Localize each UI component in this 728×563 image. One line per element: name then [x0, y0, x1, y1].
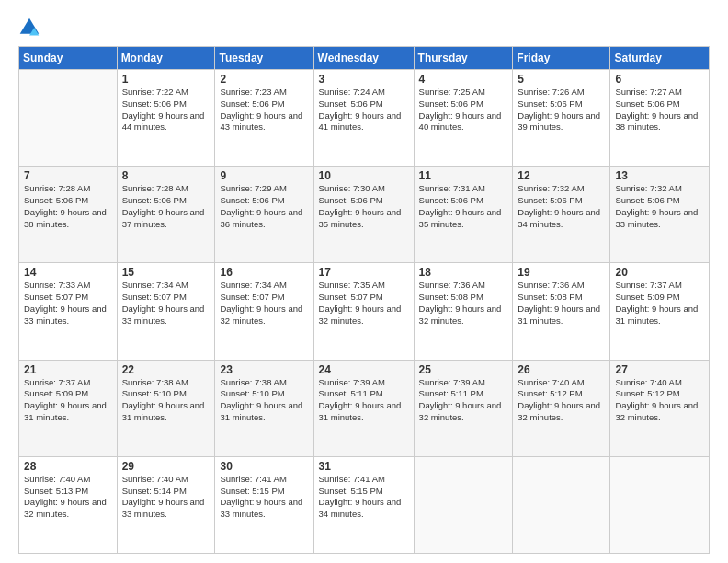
day-number: 25 [419, 363, 508, 376]
day-number: 22 [122, 363, 210, 376]
day-cell: 21Sunrise: 7:37 AMSunset: 5:09 PMDayligh… [19, 360, 118, 456]
day-number: 4 [419, 73, 508, 86]
day-cell: 18Sunrise: 7:36 AMSunset: 5:08 PMDayligh… [414, 263, 513, 360]
day-cell: 1Sunrise: 7:22 AMSunset: 5:06 PMDaylight… [117, 70, 215, 167]
day-number: 6 [615, 73, 704, 86]
day-number: 10 [319, 169, 409, 182]
day-number: 19 [518, 266, 605, 279]
day-number: 2 [220, 73, 308, 86]
day-cell: 10Sunrise: 7:30 AMSunset: 5:06 PMDayligh… [313, 167, 414, 263]
calendar-table: SundayMondayTuesdayWednesdayThursdayFrid… [18, 46, 710, 554]
day-cell: 31Sunrise: 7:41 AMSunset: 5:15 PMDayligh… [313, 456, 414, 553]
day-cell: 6Sunrise: 7:27 AMSunset: 5:06 PMDaylight… [610, 70, 710, 167]
day-info: Sunrise: 7:23 AMSunset: 5:06 PMDaylight:… [220, 86, 308, 133]
day-cell: 9Sunrise: 7:29 AMSunset: 5:06 PMDaylight… [215, 167, 313, 263]
day-info: Sunrise: 7:22 AMSunset: 5:06 PMDaylight:… [122, 86, 210, 133]
day-info: Sunrise: 7:31 AMSunset: 5:06 PMDaylight:… [419, 183, 508, 230]
logo-icon [18, 17, 40, 39]
day-number: 15 [122, 266, 210, 279]
day-info: Sunrise: 7:40 AMSunset: 5:12 PMDaylight:… [615, 377, 704, 424]
page: SundayMondayTuesdayWednesdayThursdayFrid… [0, 0, 728, 563]
day-info: Sunrise: 7:34 AMSunset: 5:07 PMDaylight:… [122, 280, 210, 327]
week-row-0: 1Sunrise: 7:22 AMSunset: 5:06 PMDaylight… [19, 70, 710, 167]
day-cell: 13Sunrise: 7:32 AMSunset: 5:06 PMDayligh… [610, 167, 710, 263]
day-cell: 27Sunrise: 7:40 AMSunset: 5:12 PMDayligh… [610, 360, 710, 456]
day-number: 9 [220, 169, 308, 182]
day-info: Sunrise: 7:38 AMSunset: 5:10 PMDaylight:… [220, 377, 308, 424]
day-cell: 30Sunrise: 7:41 AMSunset: 5:15 PMDayligh… [215, 456, 313, 553]
day-cell [513, 456, 610, 553]
day-cell: 12Sunrise: 7:32 AMSunset: 5:06 PMDayligh… [513, 167, 610, 263]
day-number: 23 [220, 363, 308, 376]
day-info: Sunrise: 7:28 AMSunset: 5:06 PMDaylight:… [24, 183, 112, 230]
day-info: Sunrise: 7:24 AMSunset: 5:06 PMDaylight:… [319, 86, 409, 133]
day-cell: 15Sunrise: 7:34 AMSunset: 5:07 PMDayligh… [117, 263, 215, 360]
day-cell [610, 456, 710, 553]
day-info: Sunrise: 7:29 AMSunset: 5:06 PMDaylight:… [220, 183, 308, 230]
day-info: Sunrise: 7:27 AMSunset: 5:06 PMDaylight:… [615, 86, 704, 133]
day-number: 17 [319, 266, 409, 279]
day-cell: 7Sunrise: 7:28 AMSunset: 5:06 PMDaylight… [19, 167, 118, 263]
day-number: 13 [615, 169, 704, 182]
day-number: 14 [24, 266, 112, 279]
day-number: 8 [122, 169, 210, 182]
day-info: Sunrise: 7:41 AMSunset: 5:15 PMDaylight:… [220, 474, 308, 521]
day-cell: 3Sunrise: 7:24 AMSunset: 5:06 PMDaylight… [313, 70, 414, 167]
day-cell: 5Sunrise: 7:26 AMSunset: 5:06 PMDaylight… [513, 70, 610, 167]
day-info: Sunrise: 7:40 AMSunset: 5:13 PMDaylight:… [24, 474, 112, 521]
day-info: Sunrise: 7:38 AMSunset: 5:10 PMDaylight:… [122, 377, 210, 424]
day-info: Sunrise: 7:34 AMSunset: 5:07 PMDaylight:… [220, 280, 308, 327]
weekday-header-tuesday: Tuesday [215, 47, 313, 70]
day-cell: 23Sunrise: 7:38 AMSunset: 5:10 PMDayligh… [215, 360, 313, 456]
day-cell: 22Sunrise: 7:38 AMSunset: 5:10 PMDayligh… [117, 360, 215, 456]
day-number: 27 [615, 363, 704, 376]
day-number: 31 [319, 460, 409, 473]
week-row-1: 7Sunrise: 7:28 AMSunset: 5:06 PMDaylight… [19, 167, 710, 263]
day-number: 26 [518, 363, 605, 376]
day-number: 12 [518, 169, 605, 182]
day-cell [414, 456, 513, 553]
day-cell: 14Sunrise: 7:33 AMSunset: 5:07 PMDayligh… [19, 263, 118, 360]
day-number: 21 [24, 363, 112, 376]
weekday-header-saturday: Saturday [610, 47, 710, 70]
day-info: Sunrise: 7:26 AMSunset: 5:06 PMDaylight:… [518, 86, 605, 133]
day-info: Sunrise: 7:40 AMSunset: 5:14 PMDaylight:… [122, 474, 210, 521]
day-number: 30 [220, 460, 308, 473]
week-row-2: 14Sunrise: 7:33 AMSunset: 5:07 PMDayligh… [19, 263, 710, 360]
week-row-3: 21Sunrise: 7:37 AMSunset: 5:09 PMDayligh… [19, 360, 710, 456]
day-cell: 16Sunrise: 7:34 AMSunset: 5:07 PMDayligh… [215, 263, 313, 360]
day-number: 5 [518, 73, 605, 86]
day-info: Sunrise: 7:28 AMSunset: 5:06 PMDaylight:… [122, 183, 210, 230]
weekday-header-friday: Friday [513, 47, 610, 70]
day-info: Sunrise: 7:36 AMSunset: 5:08 PMDaylight:… [518, 280, 605, 327]
day-cell: 20Sunrise: 7:37 AMSunset: 5:09 PMDayligh… [610, 263, 710, 360]
day-number: 29 [122, 460, 210, 473]
day-cell: 25Sunrise: 7:39 AMSunset: 5:11 PMDayligh… [414, 360, 513, 456]
day-info: Sunrise: 7:36 AMSunset: 5:08 PMDaylight:… [419, 280, 508, 327]
day-number: 24 [319, 363, 409, 376]
day-cell: 4Sunrise: 7:25 AMSunset: 5:06 PMDaylight… [414, 70, 513, 167]
day-number: 20 [615, 266, 704, 279]
day-info: Sunrise: 7:37 AMSunset: 5:09 PMDaylight:… [615, 280, 704, 327]
day-info: Sunrise: 7:33 AMSunset: 5:07 PMDaylight:… [24, 280, 112, 327]
day-cell: 19Sunrise: 7:36 AMSunset: 5:08 PMDayligh… [513, 263, 610, 360]
day-cell: 8Sunrise: 7:28 AMSunset: 5:06 PMDaylight… [117, 167, 215, 263]
day-info: Sunrise: 7:41 AMSunset: 5:15 PMDaylight:… [319, 474, 409, 521]
weekday-header-row: SundayMondayTuesdayWednesdayThursdayFrid… [19, 47, 710, 70]
day-info: Sunrise: 7:30 AMSunset: 5:06 PMDaylight:… [319, 183, 409, 230]
day-info: Sunrise: 7:35 AMSunset: 5:07 PMDaylight:… [319, 280, 409, 327]
day-cell: 11Sunrise: 7:31 AMSunset: 5:06 PMDayligh… [414, 167, 513, 263]
weekday-header-sunday: Sunday [19, 47, 118, 70]
day-cell: 24Sunrise: 7:39 AMSunset: 5:11 PMDayligh… [313, 360, 414, 456]
day-number: 18 [419, 266, 508, 279]
weekday-header-thursday: Thursday [414, 47, 513, 70]
header [18, 17, 710, 39]
day-cell [19, 70, 118, 167]
day-number: 28 [24, 460, 112, 473]
day-cell: 2Sunrise: 7:23 AMSunset: 5:06 PMDaylight… [215, 70, 313, 167]
day-number: 7 [24, 169, 112, 182]
day-info: Sunrise: 7:32 AMSunset: 5:06 PMDaylight:… [615, 183, 704, 230]
day-info: Sunrise: 7:25 AMSunset: 5:06 PMDaylight:… [419, 86, 508, 133]
day-number: 11 [419, 169, 508, 182]
day-info: Sunrise: 7:37 AMSunset: 5:09 PMDaylight:… [24, 377, 112, 424]
